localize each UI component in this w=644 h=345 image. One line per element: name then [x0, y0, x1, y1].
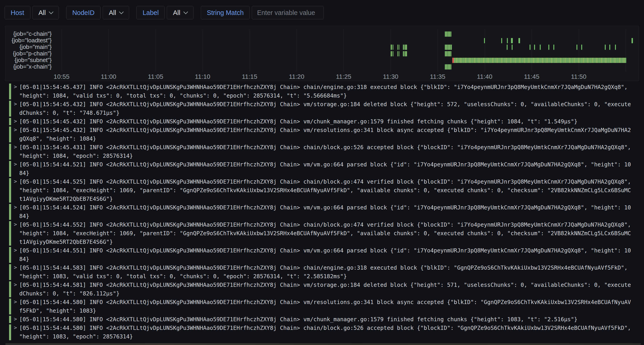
chevron-right-icon[interactable]: >	[14, 221, 17, 227]
log-row[interactable]: >[05-01|15:54:44.551] INFO <2AcRkXTLLtQj…	[9, 246, 644, 264]
log-message: [05-01|15:54:44.580] INFO <2AcRkXTLLtQjv…	[19, 315, 644, 324]
chevron-right-icon[interactable]: >	[14, 282, 17, 288]
log-level-bar	[9, 204, 11, 220]
log-level-bar	[9, 178, 11, 203]
log-row[interactable]: >[05-01|15:54:44.580] INFO <2AcRkXTLLtQj…	[9, 315, 644, 324]
log-row[interactable]: >[05-01|15:54:44.525] INFO <2AcRkXTLLtQj…	[9, 177, 644, 203]
chevron-right-icon[interactable]: >	[14, 247, 17, 253]
timeline-mark-main	[404, 45, 407, 50]
log-level-bar	[9, 281, 11, 297]
timeline-mark-loadtest	[501, 38, 502, 43]
chevron-right-icon[interactable]: >	[14, 325, 17, 331]
chevron-right-icon[interactable]: >	[14, 118, 17, 124]
log-line: t1AVgiyyDKme5RT2QbEB7E4S6G"}	[19, 195, 644, 203]
variable-value-input[interactable]	[252, 6, 324, 19]
gridline	[485, 29, 485, 71]
gridline	[532, 29, 532, 71]
timeline-mark-loadtest	[484, 38, 485, 43]
chevron-right-icon[interactable]: >	[14, 161, 17, 167]
time-tick-label: 11:20	[289, 73, 304, 80]
log-line: "height": 1083, "valid txs": 0, "total t…	[19, 272, 644, 281]
timeline-mark-main	[576, 45, 578, 50]
string-match-label-button[interactable]: String Match	[201, 6, 250, 19]
chevron-right-icon[interactable]: >	[14, 264, 17, 270]
timeline-mark-main	[540, 45, 541, 50]
log-row[interactable]: >[05-01|15:54:44.581] INFO <2AcRkXTLLtQj…	[9, 281, 644, 298]
variable-value-dropdown[interactable]: All	[167, 6, 193, 19]
log-line: 84}	[19, 255, 644, 264]
log-line: [05-01|15:54:45.437] INFO <2AcRkXTLLtQjv…	[19, 83, 644, 91]
timeline-mark-main	[534, 45, 535, 50]
series-label-c-chain: {job="c-chain"}	[5, 30, 52, 37]
log-message: [05-01|15:54:44.524] INFO <2AcRkXTLLtQjv…	[19, 203, 644, 221]
log-line: [05-01|15:54:44.524] INFO <2AcRkXTLLtQjv…	[19, 203, 644, 212]
log-volume-timeline-panel: {job="c-chain"}{job="loadtest"}{job="mai…	[5, 26, 639, 81]
variable-value-dropdown[interactable]: All	[103, 6, 129, 19]
timeline-mark-main	[581, 45, 582, 50]
log-level-bar	[9, 221, 11, 246]
log-row[interactable]: >[05-01|15:54:45.432] INFO <2AcRkXTLLtQj…	[9, 126, 644, 143]
log-row[interactable]: >[05-01|15:54:44.521] INFO <2AcRkXTLLtQj…	[9, 160, 644, 177]
timeline-mark-p-chain	[404, 51, 407, 56]
log-row[interactable]: >[05-01|15:54:44.580] INFO <2AcRkXTLLtQj…	[9, 298, 644, 315]
log-row[interactable]: >[05-01|15:54:44.580] INFO <2AcRkXTLLtQj…	[9, 324, 644, 341]
logs-list: >[05-01|15:54:45.437] INFO <2AcRkXTLLtQj…	[9, 83, 644, 341]
log-line: [05-01|15:54:44.552] INFO <2AcRkXTLLtQjv…	[19, 221, 644, 229]
gridline	[202, 29, 203, 71]
log-row[interactable]: >[05-01|15:54:45.437] INFO <2AcRkXTLLtQj…	[9, 83, 644, 100]
log-line: [05-01|15:54:44.583] INFO <2AcRkXTLLtQjv…	[19, 264, 644, 272]
log-line: 84}	[19, 212, 644, 221]
timeline-mark-main	[548, 45, 549, 50]
time-tick-label: 11:35	[430, 73, 445, 80]
chevron-right-icon[interactable]: >	[14, 101, 17, 107]
chevron-right-icon[interactable]: >	[14, 127, 17, 133]
variable-filter-nodeid: NodeIDAll	[66, 6, 130, 19]
log-line: [05-01|15:54:45.431] INFO <2AcRkXTLLtQjv…	[19, 143, 644, 152]
chevron-right-icon[interactable]: >	[14, 84, 17, 90]
timeline-mark-loadtest	[511, 38, 513, 43]
log-row[interactable]: >[05-01|15:54:44.552] INFO <2AcRkXTLLtQj…	[9, 221, 644, 246]
variable-label-button[interactable]: Label	[136, 6, 165, 19]
time-tick-label: 11:40	[477, 73, 492, 80]
logs-panel: >[05-01|15:54:45.437] INFO <2AcRkXTLLtQj…	[9, 83, 644, 343]
variable-value-dropdown[interactable]: All	[32, 6, 59, 19]
log-message: [05-01|15:54:45.437] INFO <2AcRkXTLLtQjv…	[19, 83, 644, 100]
log-level-bar	[9, 83, 11, 99]
log-line: [05-01|15:54:44.580] INFO <2AcRkXTLLtQjv…	[19, 324, 644, 332]
log-message: [05-01|15:54:45.432] INFO <2AcRkXTLLtQjv…	[19, 117, 644, 126]
log-level-bar	[9, 161, 11, 177]
log-row[interactable]: >[05-01|15:54:44.583] INFO <2AcRkXTLLtQj…	[9, 264, 644, 281]
chevron-right-icon[interactable]: >	[14, 316, 17, 322]
variable-label-button[interactable]: NodeID	[66, 6, 100, 19]
log-message: [05-01|15:54:44.525] INFO <2AcRkXTLLtQjv…	[19, 177, 644, 203]
log-line: dChunks": 0, "t": "826.112µs"}	[19, 289, 644, 298]
log-line: "height": 1084, "valid txs": 0, "total t…	[19, 91, 644, 100]
log-level-bar	[9, 101, 11, 117]
chevron-right-icon[interactable]: >	[14, 204, 17, 210]
log-line: t1AVgiyyDKme5RT2QbEB7E4S6G"}	[19, 238, 644, 246]
log-level-bar	[9, 144, 11, 160]
chevron-right-icon[interactable]: >	[14, 299, 17, 305]
log-row[interactable]: >[05-01|15:54:44.524] INFO <2AcRkXTLLtQj…	[9, 203, 644, 221]
timeline-mark-loadtest	[507, 38, 508, 43]
log-message: [05-01|15:54:44.552] INFO <2AcRkXTLLtQjv…	[19, 221, 644, 246]
time-tick-label: 11:00	[101, 73, 116, 80]
timeline-plot[interactable]	[7, 28, 637, 71]
log-message: [05-01|15:54:44.581] INFO <2AcRkXTLLtQjv…	[19, 281, 644, 298]
gridline	[344, 29, 344, 71]
log-line: "height": 1083, "epoch": 28576314}	[19, 332, 644, 341]
timeline-mark-main	[609, 45, 610, 50]
gridline	[250, 29, 250, 71]
log-row[interactable]: >[05-01|15:54:45.432] INFO <2AcRkXTLLtQj…	[9, 117, 644, 126]
log-row[interactable]: >[05-01|15:54:45.431] INFO <2AcRkXTLLtQj…	[9, 143, 644, 160]
variable-label-button[interactable]: Host	[4, 6, 30, 19]
log-level-bar	[9, 299, 11, 315]
log-row[interactable]: >[05-01|15:54:45.432] INFO <2AcRkXTLLtQj…	[9, 100, 644, 117]
variable-filter-string-match: String Match	[201, 6, 324, 19]
log-line: [05-01|15:54:44.525] INFO <2AcRkXTLLtQjv…	[19, 177, 644, 186]
chevron-down-icon	[183, 9, 188, 14]
chevron-right-icon[interactable]: >	[14, 144, 17, 150]
chevron-down-icon	[119, 9, 124, 14]
chevron-right-icon[interactable]: >	[14, 178, 17, 184]
gridline	[108, 29, 109, 71]
